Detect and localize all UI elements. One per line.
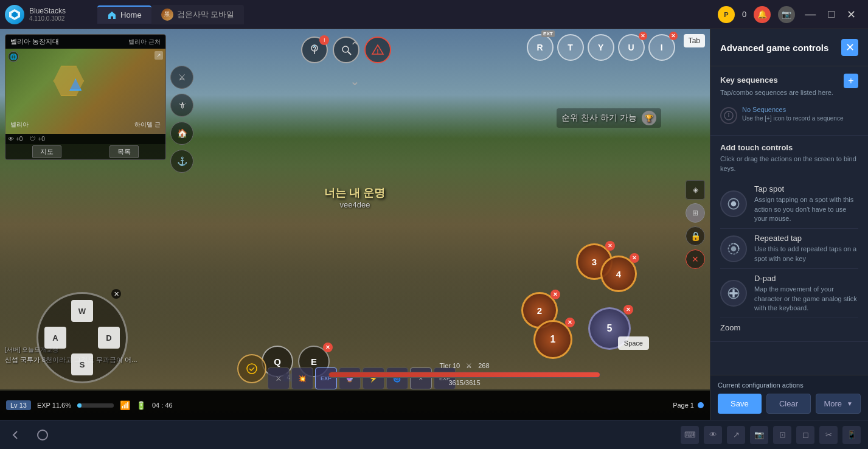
side-icon-2[interactable]: ⊞ (686, 203, 705, 223)
tab-game[interactable]: 黑 검은사막 모바일 (151, 5, 245, 24)
home-btn[interactable] (34, 426, 51, 444)
cursor-icon[interactable]: ↗ (727, 426, 745, 444)
game-area[interactable]: 벨리아 농장지대 벨리아 근처 벨리아 하이델 근 🌐 ↗ (0, 29, 710, 420)
scissors-icon[interactable]: ✂ (819, 426, 838, 444)
hp-area: Tier 10 ⚔ 268 3615/3615 (328, 362, 600, 386)
map-loc2: 하이델 근 (134, 120, 161, 129)
zoom-item[interactable]: Zoom (720, 318, 858, 334)
dpad[interactable]: ✕ W S A D (36, 292, 128, 383)
d-pad-icon (720, 280, 747, 307)
tap-spot-item[interactable]: Tap spot Assign tapping on a spot with t… (720, 179, 858, 229)
minimize-btn[interactable]: — (802, 8, 818, 21)
back-btn[interactable] (7, 426, 24, 444)
key-t[interactable]: T (557, 34, 584, 61)
menu-icon-2[interactable]: 🗡 (170, 94, 193, 117)
close-btn-2[interactable]: ✕ (686, 249, 705, 269)
skill-5-close[interactable]: ✕ (623, 305, 633, 315)
skill-2-close[interactable]: ✕ (550, 290, 560, 299)
key-w-btn[interactable]: W (71, 300, 93, 322)
key-i[interactable]: I ✕ (648, 34, 675, 61)
home-icon (107, 10, 117, 20)
zoom-name: Zoom (720, 323, 858, 332)
notification-icon[interactable]: 🔔 (754, 6, 771, 23)
panel-close-btn[interactable]: ✕ (841, 39, 858, 56)
panel-footer: Current configuration actions Save Clear… (710, 375, 868, 420)
map-btn[interactable]: 지도 (32, 145, 61, 158)
keyboard-icon[interactable]: ⌨ (681, 426, 699, 444)
lock-btn[interactable]: 🔒 (686, 226, 705, 246)
map-tabs: 지도 목록 (5, 144, 165, 159)
key-e-close[interactable]: ✕ (323, 343, 333, 352)
resize-icon[interactable]: ⊡ (773, 426, 791, 444)
quest-btn[interactable]: ! (301, 37, 328, 63)
more-button[interactable]: More (816, 394, 861, 414)
add-sequence-btn[interactable]: + (844, 74, 858, 88)
skill-slot-2[interactable]: 💥 (291, 367, 313, 389)
d-pad-item[interactable]: D-pad Map the movement of your character… (720, 269, 858, 318)
player-name: 너는 내 운명 (324, 186, 385, 200)
rank-text: 순위 찬사 하기 가능 🏆 (557, 108, 661, 128)
key-u[interactable]: U ✕ (618, 34, 645, 61)
tab-home[interactable]: Home (97, 5, 151, 24)
key-u-close[interactable]: ✕ (639, 32, 647, 40)
save-button[interactable]: Save (718, 394, 762, 414)
map-stats: 👁 +0 🛡 +0 (5, 134, 165, 144)
clear-button[interactable]: Clear (766, 394, 811, 414)
action-btn-wrap (237, 354, 266, 383)
skill-1[interactable]: 1 ✕ (533, 320, 572, 359)
home-circle-icon (36, 429, 49, 441)
points-icon[interactable]: P (718, 6, 735, 23)
map-loc1: 벨리아 (10, 120, 29, 129)
zoom-info: Zoom (720, 323, 858, 334)
camera-icon[interactable]: 📷 (778, 6, 795, 23)
key-sequences-section: Key sequences + Tap/combo sequences are … (710, 66, 868, 136)
key-d-btn[interactable]: D (98, 327, 120, 349)
svg-point-16 (731, 246, 737, 251)
repeated-tap-icon (720, 235, 747, 262)
hp-bar-wrap (328, 372, 600, 378)
maximize-btn[interactable]: □ (825, 8, 837, 21)
skill-1-close[interactable]: ✕ (565, 318, 575, 327)
key-i-close[interactable]: ✕ (669, 32, 678, 40)
key-tab[interactable]: Tab (684, 34, 705, 47)
top-right-hud: R T Y U ✕ I ✕ Tab (527, 34, 705, 61)
app-bottom-left (7, 426, 51, 444)
skill-4[interactable]: 4 ✕ (600, 256, 637, 292)
no-seq-content: No Sequences Use the [+] icon to record … (742, 106, 844, 123)
dpad-close[interactable]: ✕ (111, 289, 121, 299)
mobile-icon[interactable]: 📱 (842, 426, 861, 444)
menu-icon-1[interactable]: ⚔ (170, 66, 193, 89)
screenshot-icon[interactable]: 📷 (750, 426, 768, 444)
key-s-btn[interactable]: S (71, 353, 93, 375)
menu-icon-4[interactable]: ⚓ (170, 150, 193, 173)
close-btn[interactable]: ✕ (844, 8, 858, 21)
key-seq-desc: Tap/combo sequences are listed here. (720, 88, 858, 97)
app-bottom-right: ⌨ 👁 ↗ 📷 ⊡ ◻ ✂ 📱 (681, 426, 861, 444)
action-btn[interactable] (237, 354, 266, 383)
bluestacks-logo (5, 5, 24, 24)
list-btn[interactable]: 목록 (109, 145, 139, 158)
skill-4-close[interactable]: ✕ (630, 253, 639, 263)
info-icon (724, 111, 734, 120)
exp-bar-wrap (77, 403, 114, 408)
key-a-btn[interactable]: A (44, 327, 66, 349)
rank-icon: 🏆 (642, 111, 656, 125)
alert-btn[interactable] (364, 37, 391, 63)
eye-icon[interactable]: 👁 (704, 426, 722, 444)
tier-info: Tier 10 ⚔ 268 (328, 362, 600, 370)
dpad-circle[interactable]: ✕ W S A D (36, 292, 128, 383)
exp-text: EXP 11.6% (37, 402, 71, 409)
key-space[interactable]: Space (618, 336, 649, 350)
app-branding: BlueStacks 4.110.0.3002 (0, 5, 97, 24)
skill-slot-1[interactable]: ⚔ (268, 367, 290, 389)
key-y[interactable]: Y (588, 34, 614, 61)
menu-icon-3[interactable]: 🏠 (170, 122, 193, 145)
map-area: 벨리아 농장지대 벨리아 근처 벨리아 하이델 근 🌐 ↗ (5, 34, 166, 160)
side-icon-1[interactable]: ◈ (686, 180, 705, 200)
window-icon[interactable]: ◻ (796, 426, 814, 444)
svg-point-9 (247, 364, 257, 374)
tap-spot-svg (726, 197, 741, 211)
key-r[interactable]: R (527, 34, 554, 61)
repeated-tap-item[interactable]: Repeated tap Use this to add repeated ta… (720, 229, 858, 269)
skill-3-close[interactable]: ✕ (605, 241, 615, 251)
